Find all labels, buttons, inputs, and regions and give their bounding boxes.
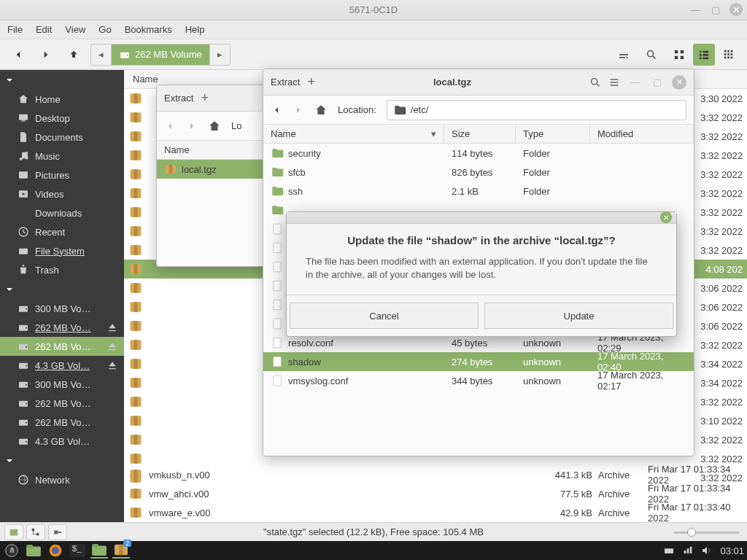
- svg-rect-117: [611, 85, 619, 85]
- extract-button-1[interactable]: Extract: [164, 93, 193, 104]
- home-icon-1[interactable]: [208, 120, 221, 133]
- back-icon-2[interactable]: [271, 104, 282, 116]
- location-input[interactable]: /etc/: [387, 100, 686, 120]
- forward-icon-1[interactable]: [186, 120, 198, 132]
- sidebar-item-downloads[interactable]: Downloads: [0, 203, 124, 222]
- sidebar-item-trash[interactable]: Trash: [0, 260, 124, 279]
- sidebar-network-item[interactable]: Network: [0, 470, 124, 489]
- add-button-2[interactable]: +: [307, 74, 315, 90]
- minimize-button[interactable]: ―: [689, 3, 702, 16]
- dialog-cancel-button[interactable]: Cancel: [290, 303, 479, 329]
- sidebar-item-desktop[interactable]: Desktop: [0, 109, 124, 128]
- maximize-button[interactable]: ▢: [709, 3, 722, 16]
- sidebar-device-7[interactable]: 4.3 GB Vol…: [0, 432, 124, 451]
- col-size[interactable]: Size: [452, 128, 470, 139]
- taskbar-window-files[interactable]: [90, 542, 108, 559]
- show-places-button[interactable]: [4, 524, 23, 540]
- sidebar-device-6[interactable]: 262 MB Vo…: [0, 413, 124, 432]
- sidebar-item-documents[interactable]: Documents: [0, 128, 124, 147]
- sidebar-item-recent[interactable]: Recent: [0, 222, 124, 241]
- home-icon-2[interactable]: [314, 104, 328, 117]
- sidebar-item-videos[interactable]: Videos: [0, 184, 124, 203]
- sidebar-device-2[interactable]: 262 MB Vo…: [0, 337, 124, 356]
- clock[interactable]: 03:01: [720, 545, 744, 556]
- col-type[interactable]: Type: [523, 128, 543, 139]
- file-row[interactable]: vmkusb_n.v00441.3 kBArchiveFri Mar 17 01…: [124, 465, 747, 484]
- taskbar-files[interactable]: [25, 542, 42, 559]
- list-view-button[interactable]: [693, 44, 715, 66]
- compact-view-button[interactable]: [718, 44, 740, 66]
- sidebar-item-file-system[interactable]: File System: [0, 241, 124, 260]
- tray-volume-icon[interactable]: [701, 545, 713, 556]
- dialog-update-button[interactable]: Update: [484, 303, 673, 329]
- menu-icon-2[interactable]: [608, 77, 620, 88]
- extract-button-2[interactable]: Extract: [271, 77, 300, 88]
- dialog-close-button[interactable]: ✕: [660, 211, 672, 223]
- sidebar-header-devices[interactable]: Devices: [0, 279, 124, 299]
- path-segment-volume[interactable]: 262 MB Volume: [112, 44, 209, 65]
- svg-rect-83: [134, 416, 138, 425]
- archive-row[interactable]: security114 bytesFolder: [263, 144, 694, 163]
- tray-drive-icon[interactable]: [663, 545, 675, 556]
- svg-rect-7: [700, 50, 702, 52]
- tray-network-icon[interactable]: [682, 545, 694, 556]
- sidebar-header-computer[interactable]: My Computer: [0, 70, 124, 90]
- svg-point-46: [26, 441, 27, 443]
- forward-icon-2[interactable]: [293, 104, 304, 116]
- archive-row[interactable]: ssh2.1 kBFolder: [263, 182, 694, 201]
- forward-button[interactable]: [35, 44, 57, 66]
- menu-help[interactable]: Help: [185, 24, 205, 35]
- taskbar-window-archive[interactable]: 2: [112, 542, 130, 559]
- menu-edit[interactable]: Edit: [36, 24, 52, 35]
- sidebar-device-4[interactable]: 300 MB Vo…: [0, 375, 124, 394]
- add-button-1[interactable]: +: [201, 90, 209, 106]
- sidebar-device-0[interactable]: 300 MB Vo…: [0, 299, 124, 318]
- update-dialog: ✕ Update the file “shadow” in the archiv…: [286, 211, 677, 337]
- close-sidebar-button[interactable]: ⇤: [48, 524, 67, 540]
- sidebar-header-network[interactable]: Network: [0, 451, 124, 470]
- archive-row[interactable]: shadow274 bytesunknown17 March 2023, 02:…: [263, 352, 694, 371]
- start-menu-button[interactable]: ⋔: [3, 542, 20, 559]
- toggle-location-button[interactable]: [613, 44, 635, 66]
- search-button[interactable]: [640, 44, 662, 66]
- menu-view[interactable]: View: [65, 24, 85, 35]
- close-button[interactable]: ✕: [729, 3, 743, 16]
- menu-file[interactable]: File: [7, 24, 23, 35]
- close-button-2[interactable]: ✕: [672, 75, 686, 90]
- dialog-titlebar[interactable]: ✕: [287, 212, 676, 224]
- file-row[interactable]: vmware_e.v0042.9 kBArchiveFri Mar 17 01:…: [124, 503, 747, 522]
- archive2-columns: Name▾ Size Type Modified: [263, 125, 694, 144]
- col-name[interactable]: Name: [271, 128, 296, 139]
- col-modified[interactable]: Modified: [597, 128, 633, 139]
- sidebar-device-5[interactable]: 262 MB Vo…: [0, 394, 124, 413]
- file-row[interactable]: vmw_ahci.v0077.5 kBArchiveFri Mar 17 01:…: [124, 484, 747, 503]
- col-name-1[interactable]: Name: [164, 144, 190, 155]
- taskbar-terminal[interactable]: $_: [69, 542, 86, 559]
- min-button-2[interactable]: ―: [627, 77, 643, 88]
- back-button[interactable]: [7, 44, 29, 66]
- menu-go[interactable]: Go: [98, 24, 111, 35]
- menu-bookmarks[interactable]: Bookmarks: [125, 24, 172, 35]
- path-label: 262 MB Volume: [135, 49, 202, 60]
- svg-rect-15: [731, 50, 733, 52]
- max-button-2[interactable]: ▢: [650, 77, 665, 88]
- show-tree-button[interactable]: [26, 524, 45, 540]
- svg-rect-116: [611, 82, 619, 82]
- search-icon-2[interactable]: [589, 77, 601, 88]
- sidebar-device-1[interactable]: 262 MB Vo…: [0, 318, 124, 337]
- zoom-slider[interactable]: [674, 527, 740, 537]
- path-next[interactable]: ▸: [209, 44, 230, 65]
- back-icon-1[interactable]: [164, 120, 176, 132]
- sidebar-item-music[interactable]: Music: [0, 147, 124, 166]
- path-prev[interactable]: ◂: [91, 44, 112, 65]
- svg-rect-16: [724, 53, 727, 55]
- sidebar-item-home[interactable]: Home: [0, 90, 124, 109]
- sidebar-item-pictures[interactable]: Pictures: [0, 166, 124, 184]
- sidebar-device-3[interactable]: 4.3 GB Vol…: [0, 356, 124, 375]
- icon-view-button[interactable]: [668, 44, 690, 66]
- archive-row[interactable]: sfcb826 bytesFolder: [263, 163, 694, 182]
- archive-row[interactable]: vmsyslog.conf344 bytesunknown17 March 20…: [263, 371, 694, 390]
- up-button[interactable]: [63, 44, 85, 66]
- svg-rect-17: [727, 53, 729, 55]
- taskbar-firefox[interactable]: [47, 542, 64, 559]
